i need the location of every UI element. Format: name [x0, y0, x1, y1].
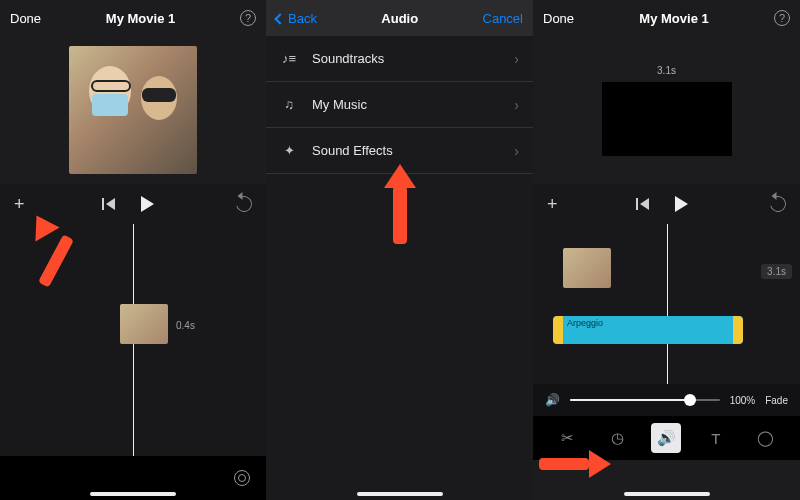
play-icon[interactable]: [141, 196, 154, 212]
volume-tool-icon[interactable]: 🔊: [651, 423, 681, 453]
volume-percent: 100%: [730, 395, 756, 406]
filters-tool-icon[interactable]: ◯: [750, 423, 780, 453]
row-label: Sound Effects: [312, 143, 393, 158]
tool-row: ✂ ◷ 🔊 T ◯: [533, 416, 800, 460]
end-time-label: 3.1s: [761, 264, 792, 279]
preview-thumbnail: [69, 46, 197, 174]
speed-tool-icon[interactable]: ◷: [602, 423, 632, 453]
chevron-right-icon: ›: [514, 97, 519, 113]
back-button[interactable]: Back: [276, 11, 317, 26]
chevron-left-icon: [274, 13, 285, 24]
help-icon[interactable]: ?: [774, 10, 790, 26]
chevron-right-icon: ›: [514, 51, 519, 67]
clip-handle-left[interactable]: [553, 316, 563, 344]
row-label: My Music: [312, 97, 367, 112]
row-label: Soundtracks: [312, 51, 384, 66]
clip-time-label: 0.4s: [176, 320, 195, 331]
help-icon[interactable]: ?: [240, 10, 256, 26]
annotation-arrow: [539, 458, 589, 470]
audio-clip-name: Arpeggio: [567, 318, 603, 328]
settings-icon[interactable]: [234, 470, 250, 486]
undo-icon[interactable]: [767, 193, 789, 215]
cancel-button[interactable]: Cancel: [483, 11, 523, 26]
chevron-right-icon: ›: [514, 143, 519, 159]
video-clip[interactable]: [563, 248, 611, 288]
volume-row: 🔊 100% Fade: [533, 384, 800, 416]
speaker-icon: 🔊: [545, 393, 560, 407]
timeline-controls: +: [533, 184, 800, 224]
project-title: My Movie 1: [639, 11, 708, 26]
undo-icon[interactable]: [233, 193, 255, 215]
home-indicator: [624, 492, 710, 496]
audio-menu-panel: Back Audio Cancel ♪≡Soundtracks › ♫My Mu…: [266, 0, 533, 500]
playhead: [667, 224, 668, 384]
volume-slider[interactable]: [570, 399, 720, 401]
row-soundtracks[interactable]: ♪≡Soundtracks ›: [266, 36, 533, 82]
timeline[interactable]: 3.1s Arpeggio: [533, 224, 800, 384]
project-title: My Movie 1: [106, 11, 175, 26]
editor-panel-with-audio: Done My Movie 1 ? 3.1s + 3.1s Arpeggio 🔊…: [533, 0, 800, 500]
skip-start-icon[interactable]: [106, 198, 115, 210]
preview-frame: [602, 82, 732, 156]
soundtracks-icon: ♪≡: [280, 50, 298, 68]
video-preview: 3.1s: [533, 36, 800, 184]
play-icon[interactable]: [675, 196, 688, 212]
split-tool-scissors-icon[interactable]: ✂: [553, 423, 583, 453]
screen-title: Audio: [381, 11, 418, 26]
home-indicator: [90, 492, 176, 496]
annotation-arrow: [393, 186, 407, 244]
current-time: 3.1s: [657, 65, 676, 76]
add-media-button[interactable]: +: [547, 194, 558, 215]
done-button[interactable]: Done: [10, 11, 41, 26]
clip-handle-right[interactable]: [733, 316, 743, 344]
sound-effects-icon: ✦: [280, 142, 298, 160]
annotation-arrow: [20, 218, 80, 288]
video-clip[interactable]: [120, 304, 168, 344]
slider-knob[interactable]: [684, 394, 696, 406]
header: Done My Movie 1 ?: [533, 0, 800, 36]
header: Done My Movie 1 ?: [0, 0, 266, 36]
home-indicator: [357, 492, 443, 496]
video-preview: [0, 36, 266, 184]
done-button[interactable]: Done: [543, 11, 574, 26]
titles-tool-icon[interactable]: T: [701, 423, 731, 453]
editor-panel-initial: Done My Movie 1 ? + 0.4s: [0, 0, 266, 500]
add-media-button[interactable]: +: [14, 194, 25, 215]
fade-button[interactable]: Fade: [765, 395, 788, 406]
music-note-icon: ♫: [280, 96, 298, 114]
skip-start-icon[interactable]: [640, 198, 649, 210]
header: Back Audio Cancel: [266, 0, 533, 36]
audio-clip[interactable]: Arpeggio: [553, 316, 743, 344]
row-my-music[interactable]: ♫My Music ›: [266, 82, 533, 128]
